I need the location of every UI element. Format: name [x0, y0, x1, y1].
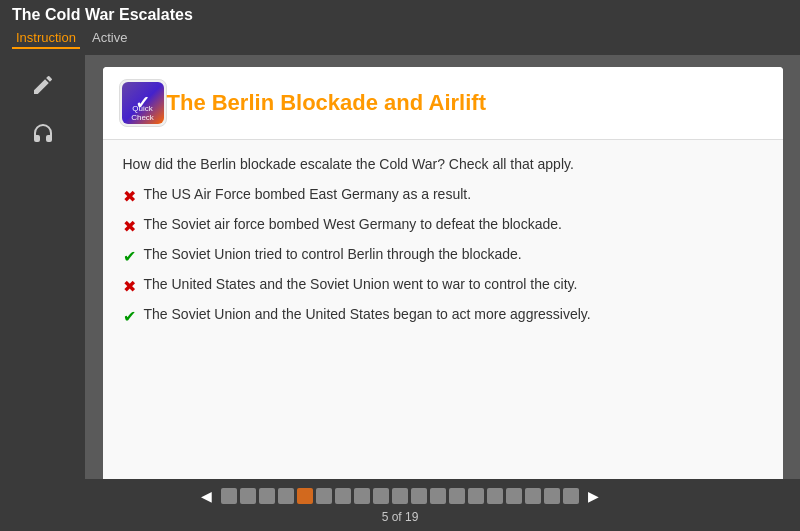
page-dot[interactable]	[278, 488, 294, 504]
page-dot[interactable]	[354, 488, 370, 504]
page-dot[interactable]	[316, 488, 332, 504]
page-dot[interactable]	[411, 488, 427, 504]
card-spacer	[103, 342, 783, 479]
question-text: How did the Berlin blockade escalate the…	[123, 156, 763, 172]
main-card: ✓ QuickCheck The Berlin Blockade and Air…	[103, 67, 783, 479]
page-dot[interactable]	[392, 488, 408, 504]
page-dot[interactable]	[468, 488, 484, 504]
card-title: The Berlin Blockade and Airlift	[167, 90, 486, 116]
top-tabs: Instruction Active	[12, 28, 788, 49]
answer-text: The Soviet Union and the United States b…	[144, 306, 591, 322]
content-area: ✓ QuickCheck The Berlin Blockade and Air…	[85, 55, 800, 479]
next-page-button[interactable]: ▶	[582, 486, 605, 506]
answer-text: The Soviet air force bombed West Germany…	[144, 216, 562, 232]
card-header: ✓ QuickCheck The Berlin Blockade and Air…	[103, 67, 783, 140]
page-dot[interactable]	[259, 488, 275, 504]
wrong-icon: ✖	[123, 187, 136, 206]
answer-item: ✔The Soviet Union and the United States …	[123, 306, 763, 326]
page-dot[interactable]	[506, 488, 522, 504]
answer-text: The US Air Force bombed East Germany as …	[144, 186, 472, 202]
top-bar: The Cold War Escalates Instruction Activ…	[0, 0, 800, 55]
answer-text: The Soviet Union tried to control Berlin…	[144, 246, 522, 262]
headphone-icon[interactable]	[23, 113, 63, 153]
answer-item: ✖The US Air Force bombed East Germany as…	[123, 186, 763, 206]
answer-item: ✖The Soviet air force bombed West German…	[123, 216, 763, 236]
pencil-icon[interactable]	[23, 65, 63, 105]
prev-page-button[interactable]: ◀	[195, 486, 218, 506]
pagination-bar: ◀ ▶ 5 of 19	[0, 479, 800, 531]
page-label: 5 of 19	[382, 510, 419, 524]
page-dot[interactable]	[430, 488, 446, 504]
badge-label: QuickCheck	[122, 104, 164, 122]
card-body: How did the Berlin blockade escalate the…	[103, 140, 783, 342]
wrong-icon: ✖	[123, 217, 136, 236]
sidebar	[0, 55, 85, 479]
page-dot[interactable]	[373, 488, 389, 504]
answer-item: ✖The United States and the Soviet Union …	[123, 276, 763, 296]
page-dot[interactable]	[335, 488, 351, 504]
correct-icon: ✔	[123, 307, 136, 326]
answer-text: The United States and the Soviet Union w…	[144, 276, 578, 292]
main-layout: ✓ QuickCheck The Berlin Blockade and Air…	[0, 55, 800, 479]
correct-icon: ✔	[123, 247, 136, 266]
page-dot[interactable]	[221, 488, 237, 504]
page-dot[interactable]	[487, 488, 503, 504]
quick-check-badge: ✓ QuickCheck	[119, 79, 167, 127]
answer-list: ✖The US Air Force bombed East Germany as…	[123, 186, 763, 326]
tab-instruction[interactable]: Instruction	[12, 28, 80, 49]
answer-item: ✔The Soviet Union tried to control Berli…	[123, 246, 763, 266]
wrong-icon: ✖	[123, 277, 136, 296]
page-title: The Cold War Escalates	[12, 6, 788, 24]
page-dot[interactable]	[297, 488, 313, 504]
page-dot[interactable]	[449, 488, 465, 504]
page-dot[interactable]	[525, 488, 541, 504]
pagination-dots: ◀ ▶	[195, 486, 605, 506]
page-dot[interactable]	[544, 488, 560, 504]
page-dot[interactable]	[563, 488, 579, 504]
tab-active[interactable]: Active	[88, 28, 131, 49]
page-dot[interactable]	[240, 488, 256, 504]
